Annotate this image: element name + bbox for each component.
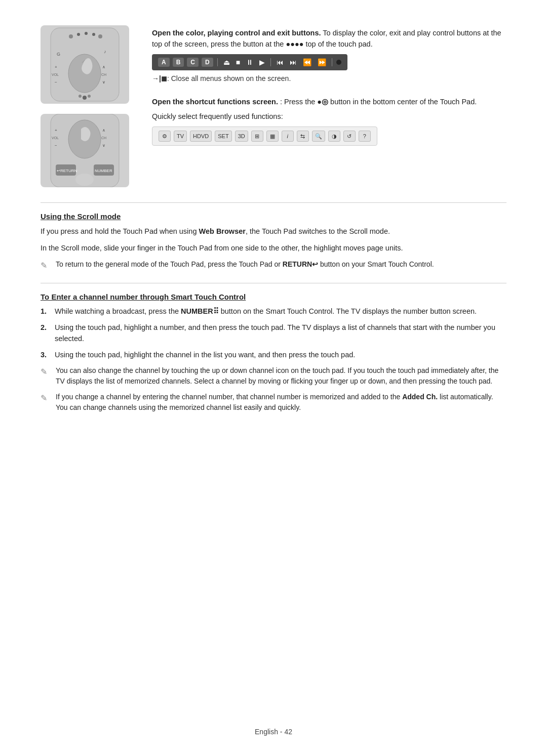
svg-text:∨: ∨ bbox=[102, 80, 105, 85]
rewind-icon: ⏪ bbox=[301, 58, 313, 66]
close-icon-text: →|◼: Close all menus shown on the screen… bbox=[152, 74, 506, 82]
tb-btn-c: C bbox=[187, 58, 199, 67]
eject-icon: ⏏ bbox=[222, 58, 231, 66]
skip-back-icon: ⏮ bbox=[275, 58, 285, 66]
footer-text: English - 42 bbox=[255, 728, 292, 736]
channel-note-1-text: You can also change the channel by touch… bbox=[56, 365, 506, 387]
tb-btn-a: A bbox=[158, 58, 170, 67]
content-col: Open the color, playing control and exit… bbox=[152, 25, 506, 187]
svg-point-5 bbox=[98, 34, 102, 38]
svg-text:VOL: VOL bbox=[52, 136, 59, 140]
svg-text:↩RETURN: ↩RETURN bbox=[57, 169, 77, 173]
channel-section: To Enter a channel number through Smart … bbox=[41, 292, 506, 413]
svg-text:CH: CH bbox=[101, 73, 106, 76]
scroll-heading: Using the Scroll mode bbox=[41, 212, 506, 221]
svg-text:−: − bbox=[55, 143, 57, 148]
note-icon-3: ✎ bbox=[41, 392, 52, 404]
instruction-block-1: Open the color, playing control and exit… bbox=[152, 28, 506, 82]
stb-hdvd-icon: HDVD bbox=[190, 131, 212, 142]
numbered-steps: 1. While watching a broadcast, press the… bbox=[41, 306, 506, 360]
stb-grid-icon: ▦ bbox=[266, 131, 279, 142]
svg-text:NUMBER: NUMBER bbox=[95, 169, 112, 173]
svg-text:♪: ♪ bbox=[104, 49, 106, 54]
tb-btn-d: D bbox=[202, 58, 213, 67]
step-2: 2. Using the touch pad, highlight a numb… bbox=[41, 322, 506, 345]
step-1-num: 1. bbox=[41, 306, 50, 317]
instruction-2-desc: : Press the ●◎ button in the bottom cent… bbox=[280, 98, 477, 106]
tb-separator-1 bbox=[217, 58, 218, 66]
remote-image-top: G ♪ + − VOL ∧ ∨ CH bbox=[41, 25, 129, 104]
channel-heading: To Enter a channel number through Smart … bbox=[41, 292, 506, 301]
svg-point-2 bbox=[77, 33, 80, 36]
svg-text:+: + bbox=[55, 65, 57, 69]
page-footer: English - 42 bbox=[0, 728, 547, 736]
section-divider-2 bbox=[41, 283, 506, 283]
svg-text:∧: ∧ bbox=[102, 65, 105, 69]
svg-text:−: − bbox=[55, 80, 57, 85]
scroll-section: Using the Scroll mode If you press and h… bbox=[41, 212, 506, 272]
svg-text:G: G bbox=[57, 52, 60, 57]
play-icon: ▶ bbox=[258, 58, 266, 66]
tb-btn-b: B bbox=[173, 58, 184, 67]
pause-icon: ⏸ bbox=[245, 58, 255, 66]
step-1-text: While watching a broadcast, press the NU… bbox=[55, 306, 477, 317]
top-section: G ♪ + − VOL ∧ ∨ CH bbox=[41, 25, 506, 187]
stb-3d-icon: 3D bbox=[235, 131, 248, 142]
svg-point-3 bbox=[85, 32, 88, 35]
note-icon-1: ✎ bbox=[41, 260, 52, 272]
stb-swap-icon: ⇆ bbox=[297, 131, 309, 142]
svg-point-16 bbox=[79, 95, 82, 98]
toolbar-2: ⚙ TV HDVD SET 3D ⊞ ▦ i ⇆ 🔍 ◑ ↺ ? bbox=[152, 127, 377, 146]
channel-note-1: ✎ You can also change the channel by tou… bbox=[41, 365, 506, 387]
channel-note-2: ✎ If you change a channel by entering th… bbox=[41, 392, 506, 413]
channel-note-2-text: If you change a channel by entering the … bbox=[56, 392, 506, 413]
step-2-num: 2. bbox=[41, 322, 50, 333]
step-3-text: Using the touch pad, highlight the chann… bbox=[55, 350, 355, 361]
instruction-1-title: Open the color, playing control and exit… bbox=[152, 29, 321, 37]
svg-text:VOL: VOL bbox=[52, 73, 59, 76]
step-2-text: Using the touch pad, highlight a number,… bbox=[55, 322, 506, 345]
remote-image-bottom: + − VOL ∧ ∨ CH ↩RETURN NUMBER bbox=[41, 114, 129, 187]
stb-info-icon: i bbox=[282, 131, 294, 142]
svg-text:∧: ∧ bbox=[102, 128, 105, 133]
stop-icon: ■ bbox=[235, 58, 242, 66]
instruction-2-subtext: Quickly select frequently used functions… bbox=[152, 111, 506, 122]
instruction-2-text: Open the shortcut functions screen. : Pr… bbox=[152, 97, 506, 108]
skip-fwd-icon: ⏭ bbox=[288, 58, 298, 66]
step-1: 1. While watching a broadcast, press the… bbox=[41, 306, 506, 317]
page: G ♪ + − VOL ∧ ∨ CH bbox=[0, 0, 547, 756]
step-3: 3. Using the touch pad, highlight the ch… bbox=[41, 350, 506, 361]
instruction-block-2: Open the shortcut functions screen. : Pr… bbox=[152, 97, 506, 146]
tb-separator-3 bbox=[332, 58, 332, 66]
scroll-para2: In the Scroll mode, slide your finger in… bbox=[41, 242, 506, 254]
step-3-num: 3. bbox=[41, 350, 50, 361]
remote-images-col: G ♪ + − VOL ∧ ∨ CH bbox=[41, 25, 137, 187]
stb-pip-icon: ⊞ bbox=[251, 131, 263, 142]
svg-point-18 bbox=[88, 95, 91, 98]
svg-text:CH: CH bbox=[101, 136, 106, 140]
svg-point-4 bbox=[92, 33, 95, 36]
dot-icon bbox=[336, 60, 341, 65]
stb-help-icon: ? bbox=[359, 131, 371, 142]
tb-separator-2 bbox=[270, 58, 271, 66]
section-divider-1 bbox=[41, 202, 506, 203]
stb-tv-icon: TV bbox=[174, 131, 187, 142]
instruction-1-text: Open the color, playing control and exit… bbox=[152, 28, 506, 50]
fast-fwd-icon: ⏩ bbox=[316, 58, 328, 66]
scroll-para1: If you press and hold the Touch Pad when… bbox=[41, 226, 506, 237]
instruction-2-title: Open the shortcut functions screen. bbox=[152, 98, 278, 106]
note-icon-2: ✎ bbox=[41, 366, 52, 378]
stb-set-icon: SET bbox=[215, 131, 231, 142]
toolbar-1: A B C D ⏏ ■ ⏸ ▶ ⏮ ⏭ ⏪ ⏩ bbox=[152, 54, 347, 70]
stb-refresh-icon: ↺ bbox=[343, 131, 356, 142]
svg-text:+: + bbox=[55, 128, 57, 133]
stb-search-icon: 🔍 bbox=[312, 131, 325, 142]
scroll-note-1-text: To return to the general mode of the Tou… bbox=[56, 259, 434, 270]
svg-text:∨: ∨ bbox=[102, 143, 105, 148]
svg-point-17 bbox=[83, 96, 87, 100]
stb-contrast-icon: ◑ bbox=[328, 131, 340, 142]
svg-point-31 bbox=[75, 174, 94, 186]
svg-point-1 bbox=[69, 34, 73, 38]
scroll-note-1: ✎ To return to the general mode of the T… bbox=[41, 259, 506, 272]
stb-settings-icon: ⚙ bbox=[159, 131, 171, 142]
